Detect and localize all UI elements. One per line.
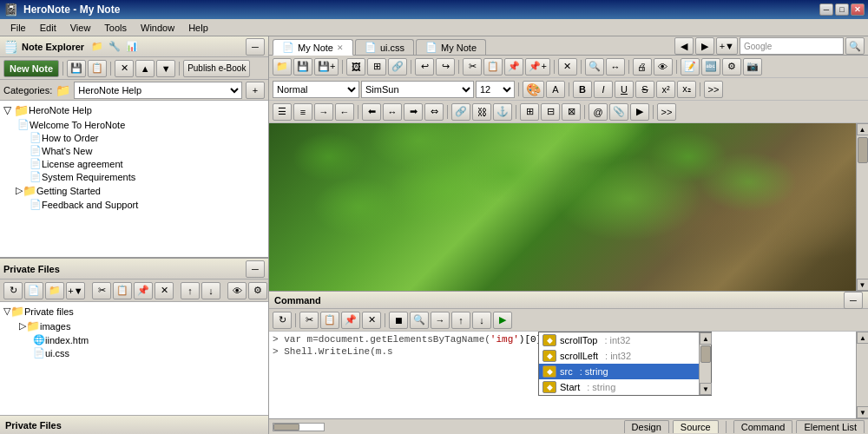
- search-button[interactable]: 🔍: [845, 37, 865, 55]
- cmd-copy[interactable]: 📋: [320, 312, 339, 329]
- minimize-private-button[interactable]: ─: [246, 260, 265, 278]
- cmd-import[interactable]: ↑: [451, 312, 470, 329]
- table2-button[interactable]: ⊞: [520, 103, 539, 121]
- save-doc-button[interactable]: 💾: [293, 58, 312, 76]
- copy2-button[interactable]: 📋: [483, 58, 503, 76]
- table-row-button[interactable]: ⊟: [541, 103, 560, 121]
- color-button[interactable]: 🎨: [523, 81, 544, 98]
- highlight-button[interactable]: A: [546, 81, 565, 98]
- table-col-button[interactable]: ⊠: [562, 103, 581, 121]
- cmd-clear[interactable]: ✕: [362, 312, 381, 329]
- menu-edit[interactable]: Edit: [33, 21, 63, 35]
- tab-add-button[interactable]: +▼: [716, 37, 738, 55]
- tab-my-note[interactable]: 📄 My Note ✕: [273, 39, 353, 56]
- screenshot-button[interactable]: 📷: [743, 58, 762, 76]
- font-select[interactable]: SimSun: [361, 81, 474, 98]
- element-list-tab[interactable]: Element List: [796, 420, 865, 433]
- bold-button[interactable]: B: [573, 81, 592, 98]
- anchor-button[interactable]: ⚓: [493, 103, 512, 121]
- tab-forward-button[interactable]: ▶: [695, 37, 714, 55]
- save-button[interactable]: 💾: [67, 60, 86, 77]
- new-note-button[interactable]: New Note: [3, 60, 59, 77]
- props-button2[interactable]: ⚙: [248, 282, 267, 299]
- delete-file-button[interactable]: ✕: [155, 282, 174, 299]
- menu-view[interactable]: View: [63, 21, 98, 35]
- private-item-css[interactable]: 📄 ui.css: [2, 346, 266, 359]
- outdent-button[interactable]: ←: [335, 103, 354, 121]
- categories-select[interactable]: HeroNote Help: [74, 82, 242, 99]
- private-item-index[interactable]: 🌐 iindex.htm: [2, 333, 266, 346]
- tree-item-whats-new[interactable]: 📄 What's New: [2, 144, 266, 157]
- note-explorer-label[interactable]: Note Explorer: [22, 42, 84, 52]
- up-button[interactable]: ▲: [135, 60, 155, 77]
- align-left-button[interactable]: ⬅: [362, 103, 381, 121]
- menu-tools[interactable]: Tools: [97, 21, 134, 35]
- cmd-paste[interactable]: 📌: [341, 312, 360, 329]
- h-scroll-thumb[interactable]: [273, 424, 299, 431]
- add-drop-button[interactable]: +▼: [66, 282, 85, 299]
- minimize-button[interactable]: ─: [819, 3, 833, 16]
- design-tab[interactable]: Design: [624, 420, 669, 433]
- replace-button[interactable]: ↔: [606, 58, 625, 76]
- redo-button[interactable]: ↪: [436, 58, 455, 76]
- view-button[interactable]: 👁: [227, 282, 247, 299]
- tree-item-feedback[interactable]: 📄 Feedback and Support: [2, 198, 266, 211]
- undo-button[interactable]: ↩: [415, 58, 434, 76]
- tree-item-sysreq[interactable]: 📄 System Requirements: [2, 170, 266, 183]
- tree-root[interactable]: ▽ 📁 HeroNote Help: [2, 102, 266, 118]
- ac-scroll-up[interactable]: ▲: [700, 332, 712, 345]
- insert3-button[interactable]: 📎: [609, 103, 628, 121]
- insert-link-button[interactable]: 🔗: [388, 58, 407, 76]
- tree-item-order[interactable]: 📄 How to Order: [2, 131, 266, 144]
- download-button[interactable]: ↓: [201, 282, 220, 299]
- cmd-scroll-down[interactable]: ▼: [857, 406, 868, 418]
- list-button[interactable]: ☰: [273, 103, 292, 121]
- scroll-up-button[interactable]: ▲: [857, 123, 869, 135]
- more2-button[interactable]: >>: [657, 103, 676, 121]
- cmd-inspect[interactable]: 🔍: [410, 312, 429, 329]
- ac-item-scrollleft[interactable]: ◆ scrollLeft : int32: [539, 348, 711, 364]
- menu-file[interactable]: File: [3, 21, 33, 35]
- indent-button[interactable]: →: [314, 103, 333, 121]
- align-center-button[interactable]: ↔: [383, 103, 402, 121]
- cut2-button[interactable]: ✂: [463, 58, 482, 76]
- ac-scroll-thumb[interactable]: [700, 345, 711, 363]
- tool2-button[interactable]: ⚙: [722, 58, 741, 76]
- open-button[interactable]: 📁: [273, 58, 292, 76]
- justify-button[interactable]: ⇔: [424, 103, 444, 121]
- ordered-list-button[interactable]: ≡: [293, 103, 312, 121]
- unlink-button[interactable]: ⛓: [472, 103, 491, 121]
- minimize-command-button[interactable]: ─: [844, 292, 863, 309]
- media-button[interactable]: ▶: [630, 103, 649, 121]
- refresh-button[interactable]: ↻: [3, 282, 23, 299]
- tab-close-icon[interactable]: ✕: [337, 43, 344, 52]
- properties-button[interactable]: 📋: [88, 60, 107, 77]
- close-button[interactable]: ✕: [851, 3, 865, 16]
- tab-back-button[interactable]: ◀: [674, 37, 694, 55]
- new-folder-button[interactable]: 📁: [45, 282, 64, 299]
- cmd-cut[interactable]: ✂: [299, 312, 319, 329]
- tree-item-getting-started[interactable]: ▷ 📁 Getting Started: [2, 183, 266, 198]
- editor-scrollbar[interactable]: ▲ ▼: [856, 123, 868, 291]
- print-button[interactable]: 🖨: [633, 58, 652, 76]
- maximize-button[interactable]: □: [835, 3, 849, 16]
- save-all-button[interactable]: 💾+: [314, 58, 339, 76]
- size-select[interactable]: 12: [476, 81, 515, 98]
- ac-scroll-down[interactable]: ▼: [700, 383, 712, 395]
- cmd-export[interactable]: ↓: [472, 312, 491, 329]
- delete3-button[interactable]: ✕: [558, 58, 577, 76]
- down-button[interactable]: ▼: [156, 60, 175, 77]
- private-item-images[interactable]: ▷ 📁 images: [2, 319, 266, 333]
- cut-button[interactable]: ✂: [92, 282, 111, 299]
- insert-image-button[interactable]: 🖼: [346, 58, 365, 76]
- tree-item-welcome[interactable]: 📄 Welcome To HeroNote: [2, 118, 266, 131]
- menu-help[interactable]: Help: [181, 21, 215, 35]
- more-button[interactable]: >>: [704, 81, 723, 98]
- minimize-panel-button[interactable]: ─: [246, 38, 265, 56]
- tree-item-license[interactable]: 📄 License agreement: [2, 157, 266, 170]
- link2-button[interactable]: 🔗: [451, 103, 470, 121]
- ac-item-scrolltop[interactable]: ◆ scrollTop : int32: [539, 332, 711, 348]
- paste-special-button[interactable]: 📌+: [525, 58, 549, 76]
- find-button[interactable]: 🔍: [585, 58, 604, 76]
- scroll-down-button[interactable]: ▼: [857, 279, 869, 291]
